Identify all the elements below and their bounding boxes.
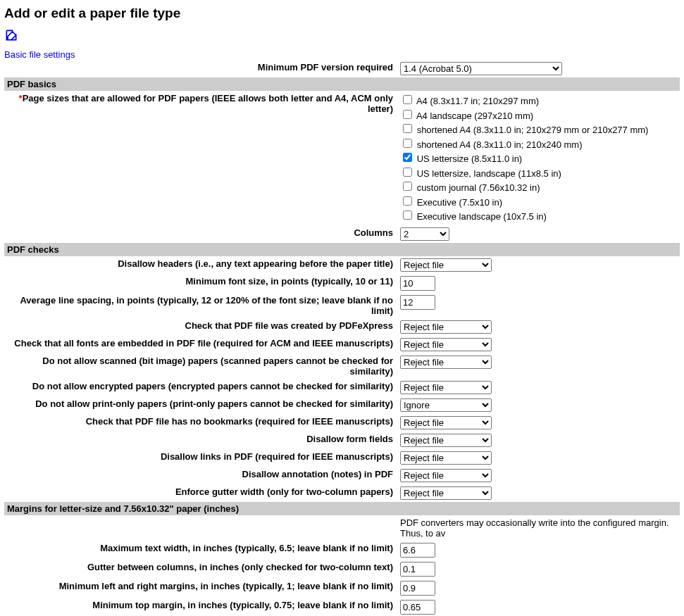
disallow-links-label: Disallow links in PDF (required for IEEE… [4, 449, 397, 467]
gutter-between-label: Gutter between columns, in inches (only … [4, 560, 397, 579]
no-encrypted-label: Do not allow encrypted papers (encrypted… [4, 379, 397, 396]
disallow-headers-select[interactable]: Reject file [400, 258, 492, 272]
disallow-formfields-label: Disallow form fields [4, 432, 397, 449]
fonts-embedded-label: Check that all fonts are embedded in PDF… [4, 336, 397, 353]
section-pdf-checks: PDF checks [4, 243, 680, 256]
page-sizes-label: Page sizes that are allowed for PDF pape… [23, 93, 393, 114]
no-encrypted-select[interactable]: Reject file [400, 381, 492, 394]
min-top-margin-input[interactable] [400, 600, 435, 615]
fonts-embedded-select[interactable]: Reject file [400, 338, 492, 351]
pdfxpress-label: Check that PDF file was created by PDFeX… [4, 318, 397, 336]
margin-note-1: PDF converters may occasionally write in… [397, 515, 680, 541]
columns-label: Columns [4, 225, 397, 243]
basic-file-settings-link[interactable]: Basic file settings [4, 49, 75, 60]
gutter-width-select[interactable]: Reject file [400, 486, 492, 500]
columns-select[interactable]: 2 [400, 227, 449, 241]
pagesize-us-letter[interactable] [403, 153, 412, 162]
no-scanned-select[interactable]: Reject file [400, 356, 492, 369]
no-bookmarks-label: Check that PDF file has no bookmarks (re… [4, 414, 397, 432]
min-pdf-label: Minimum PDF version required [4, 60, 397, 77]
pagesize-executive-landscape[interactable] [403, 210, 412, 220]
gutter-between-input[interactable] [400, 562, 435, 577]
edit-icon[interactable] [4, 28, 18, 42]
min-top-margin-label: Minimum top margin, in inches (typically… [4, 598, 397, 616]
no-printonly-label: Do not allow print-only papers (print-on… [4, 396, 397, 414]
pagesize-custom-journal[interactable] [403, 182, 412, 191]
disallow-headers-label: Disallow headers (i.e., any text appeari… [4, 256, 397, 274]
section-margins-letter: Margins for letter-size and 7.56x10.32" … [4, 502, 680, 515]
min-pdf-select[interactable]: 1.4 (Acrobat 5.0) [400, 62, 562, 75]
max-textwidth-label: Maximum text width, in inches (typically… [4, 541, 397, 560]
min-font-label: Minimum font size, in points (typically,… [4, 274, 397, 293]
max-textwidth-input[interactable] [400, 543, 435, 558]
section-pdf-basics: PDF basics [4, 77, 680, 91]
no-bookmarks-select[interactable]: Reject file [400, 416, 492, 429]
pagesize-executive[interactable] [403, 196, 412, 206]
disallow-annot-label: Disallow annotation (notes) in PDF [4, 467, 397, 484]
line-spacing-label: Average line spacing, in points (typical… [4, 293, 397, 318]
line-spacing-input[interactable] [400, 295, 435, 310]
pagesize-a4[interactable] [403, 95, 412, 104]
min-lr-margin-input[interactable] [400, 581, 435, 596]
gutter-width-label: Enforce gutter width (only for two-colum… [4, 484, 397, 502]
no-scanned-label: Do not allow scanned (bit image) papers … [4, 353, 397, 379]
disallow-links-select[interactable]: Reject file [400, 451, 492, 465]
pagesize-short-a4-240[interactable] [403, 139, 412, 148]
min-font-input[interactable] [400, 276, 435, 291]
page-title: Add or edit a paper file type [4, 6, 680, 21]
disallow-formfields-select[interactable]: Reject file [400, 434, 492, 447]
pagesize-us-letter-landscape[interactable] [403, 168, 412, 177]
pdfxpress-select[interactable]: Reject file [400, 320, 492, 334]
pagesize-short-a4-279[interactable] [403, 124, 412, 133]
disallow-annot-select[interactable]: Reject file [400, 469, 492, 482]
min-lr-margin-label: Minimum left and right margins, in inche… [4, 579, 397, 598]
no-printonly-select[interactable]: Ignore [400, 398, 492, 412]
pagesize-a4-landscape[interactable] [403, 110, 412, 119]
